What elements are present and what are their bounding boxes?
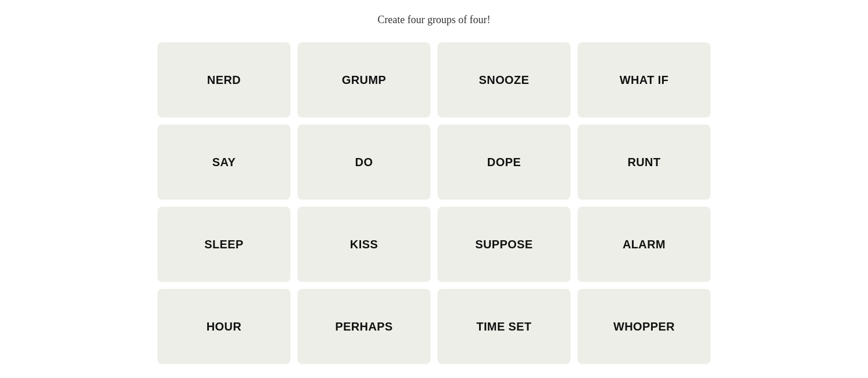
tile-snooze[interactable]: SNOOZE: [437, 42, 571, 118]
tile-label-kiss: KISS: [350, 238, 378, 251]
tile-do[interactable]: DO: [297, 124, 431, 200]
tile-label-alarm: ALARM: [623, 238, 665, 251]
tile-sleep[interactable]: SLEEP: [157, 207, 290, 282]
tile-label-say: SAY: [212, 156, 236, 169]
tile-suppose[interactable]: SUPPOSE: [437, 207, 571, 282]
tile-label-do: DO: [355, 156, 373, 169]
tile-label-time-set: TIME SET: [476, 320, 531, 333]
tile-label-perhaps: PERHAPS: [335, 320, 393, 333]
tile-runt[interactable]: RUNT: [578, 124, 711, 200]
tile-label-hour: HOUR: [207, 320, 242, 333]
tile-label-grump: GRUMP: [342, 74, 386, 87]
tile-label-sleep: SLEEP: [204, 238, 244, 251]
tile-kiss[interactable]: KISS: [297, 207, 431, 282]
tile-what-if[interactable]: WHAT IF: [578, 42, 711, 118]
tile-label-runt: RUNT: [627, 156, 660, 169]
tile-grump[interactable]: GRUMP: [297, 42, 431, 118]
tile-nerd[interactable]: NERD: [157, 42, 290, 118]
tile-perhaps[interactable]: PERHAPS: [297, 289, 431, 364]
tile-label-what-if: WHAT IF: [620, 74, 669, 87]
tile-label-suppose: SUPPOSE: [475, 238, 533, 251]
tile-alarm[interactable]: ALARM: [578, 207, 711, 282]
game-subtitle: Create four groups of four!: [378, 14, 491, 26]
tile-label-dope: DOPE: [487, 156, 521, 169]
tile-whopper[interactable]: WHOPPER: [578, 289, 711, 364]
tile-grid: NERDGRUMPSNOOZEWHAT IFSAYDODOPERUNTSLEEP…: [157, 42, 711, 364]
tile-label-snooze: SNOOZE: [479, 74, 529, 87]
tile-time-set[interactable]: TIME SET: [437, 289, 571, 364]
tile-hour[interactable]: HOUR: [157, 289, 290, 364]
tile-label-whopper: WHOPPER: [613, 320, 675, 333]
tile-label-nerd: NERD: [207, 74, 241, 87]
tile-dope[interactable]: DOPE: [437, 124, 571, 200]
tile-say[interactable]: SAY: [157, 124, 290, 200]
